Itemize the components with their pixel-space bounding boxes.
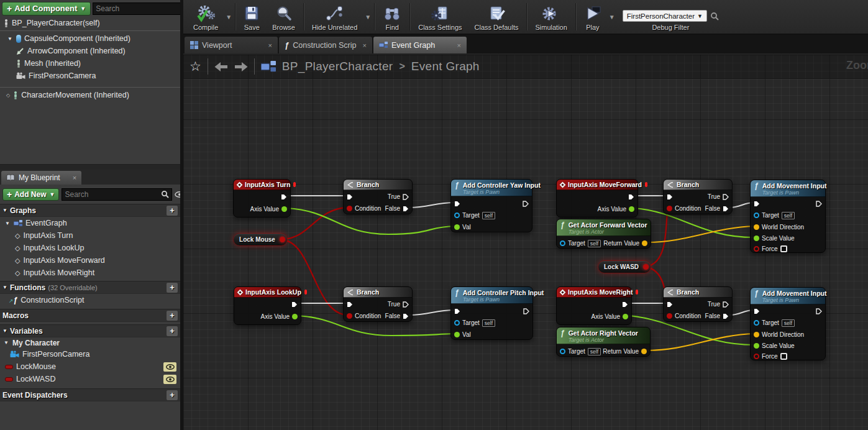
exec-in-pin[interactable] bbox=[344, 298, 356, 310]
true-exec-pin[interactable]: True bbox=[385, 298, 412, 310]
instance-editable-eye-toggle[interactable] bbox=[163, 362, 176, 372]
val-pin[interactable]: Val bbox=[451, 221, 474, 233]
add-macro-button[interactable]: + bbox=[167, 311, 178, 321]
tab-viewport[interactable]: Viewport × bbox=[185, 37, 278, 53]
add-variable-button[interactable]: + bbox=[167, 326, 178, 336]
component-row-movement[interactable]: ◇ CharacterMovement (Inherited) bbox=[0, 89, 180, 101]
true-exec-pin[interactable]: True bbox=[705, 298, 732, 310]
add-dispatcher-button[interactable]: + bbox=[167, 390, 178, 400]
target-pin[interactable]: Target self bbox=[557, 237, 604, 249]
section-functions[interactable]: ▼ Functions (32 Overridable) + bbox=[0, 281, 180, 294]
node-add-movement-input-1[interactable]: ƒ Add Movement Input Target is Pawn Targ… bbox=[750, 180, 826, 253]
instance-editable-eye-toggle[interactable] bbox=[163, 375, 176, 384]
world-direction-pin[interactable]: World Direction bbox=[751, 329, 807, 341]
axis-value-pin[interactable]: Axis Value bbox=[588, 311, 631, 322]
row-inputaxis-turn[interactable]: ◇ InputAxis Turn bbox=[0, 229, 180, 242]
close-icon[interactable]: × bbox=[73, 174, 76, 181]
section-macros[interactable]: Macros + bbox=[0, 309, 180, 322]
bool-pin-icon[interactable] bbox=[280, 237, 285, 242]
component-root-row[interactable]: BP_PlayerCharacter(self) bbox=[0, 17, 180, 29]
row-eventgraph[interactable]: ▼ EventGraph bbox=[0, 217, 180, 229]
false-exec-pin[interactable]: False bbox=[382, 203, 412, 214]
exec-in-pin[interactable] bbox=[751, 305, 763, 317]
exec-in-pin[interactable] bbox=[664, 191, 676, 203]
class-defaults-button[interactable]: Class Defaults bbox=[468, 0, 525, 34]
tab-event-graph[interactable]: Event Graph × bbox=[373, 37, 467, 53]
exec-out-pin[interactable] bbox=[619, 298, 631, 310]
exec-in-pin[interactable] bbox=[751, 198, 763, 209]
hide-unrelated-button[interactable]: Hide Unrelated bbox=[306, 0, 363, 34]
condition-pin[interactable]: Condition bbox=[344, 310, 384, 322]
self-literal[interactable]: self bbox=[782, 212, 795, 219]
self-literal[interactable]: self bbox=[482, 212, 495, 219]
row-lockmouse-var[interactable]: LockMouse bbox=[0, 360, 180, 373]
component-row-mesh[interactable]: Mesh (Inherited) bbox=[0, 57, 180, 70]
false-exec-pin[interactable]: False bbox=[702, 310, 732, 322]
browse-button[interactable]: Browse bbox=[266, 0, 301, 34]
axis-value-pin[interactable]: Axis Value bbox=[594, 203, 637, 215]
axis-value-pin[interactable]: Axis Value bbox=[247, 203, 290, 215]
exec-out-pin[interactable] bbox=[625, 191, 637, 203]
return-value-pin[interactable]: Return Value bbox=[600, 237, 651, 249]
exec-out-pin[interactable] bbox=[813, 305, 825, 317]
target-pin[interactable]: Target self bbox=[451, 317, 498, 329]
row-lockwasd-var[interactable]: LockWASD bbox=[0, 373, 180, 385]
compile-options-caret[interactable]: ▼ bbox=[224, 14, 233, 21]
row-inputaxis-lookup[interactable]: ◇ InputAxis LookUp bbox=[0, 242, 180, 254]
debug-object-dropdown[interactable]: FirstPersonCharacter ▼ bbox=[623, 10, 707, 22]
node-branch-1[interactable]: Branch True Condition False bbox=[343, 179, 413, 214]
category-my-character[interactable]: ▼ My Character bbox=[0, 337, 180, 348]
exec-out-pin[interactable] bbox=[288, 298, 301, 310]
self-literal[interactable]: self bbox=[588, 348, 601, 355]
node-inputaxis-turn[interactable]: InputAxis Turn Axis Value bbox=[233, 179, 291, 217]
force-checkbox[interactable] bbox=[780, 353, 787, 360]
save-button[interactable]: Save bbox=[237, 0, 266, 34]
find-button[interactable]: Find bbox=[377, 0, 408, 34]
hide-unrelated-options-caret[interactable]: ▼ bbox=[363, 14, 372, 21]
exec-in-pin[interactable] bbox=[451, 198, 464, 209]
force-checkbox[interactable] bbox=[780, 245, 787, 252]
true-exec-pin[interactable]: True bbox=[705, 191, 732, 203]
node-inputaxis-moveforward[interactable]: InputAxis MoveForward Axis Value bbox=[556, 179, 638, 217]
expander-icon[interactable]: ▼ bbox=[7, 36, 13, 42]
world-direction-pin[interactable]: World Direction bbox=[751, 221, 807, 233]
node-get-actor-forward-vector[interactable]: ƒ Get Actor Forward Vector Target is Act… bbox=[556, 219, 651, 249]
val-pin[interactable]: Val bbox=[451, 329, 474, 341]
close-icon[interactable]: × bbox=[363, 42, 367, 49]
node-add-controller-pitch-input[interactable]: ƒ Add Controller Pitch Input Target is P… bbox=[450, 286, 533, 340]
section-variables[interactable]: ▼ Variables + bbox=[0, 324, 180, 337]
graph-canvas[interactable]: ☆ BP_PlayerCharacter > Event Graph Zoom bbox=[183, 55, 868, 430]
section-event-dispatchers[interactable]: Event Dispatchers + bbox=[0, 388, 180, 401]
node-add-controller-yaw-input[interactable]: ƒ Add Controller Yaw Input Target is Paw… bbox=[450, 179, 532, 232]
add-function-button[interactable]: + bbox=[167, 283, 178, 293]
play-button[interactable]: Play bbox=[578, 0, 608, 34]
false-exec-pin[interactable]: False bbox=[382, 310, 412, 322]
exec-out-pin[interactable] bbox=[278, 191, 290, 203]
add-graph-button[interactable]: + bbox=[167, 206, 178, 216]
my-blueprint-search-input[interactable] bbox=[65, 190, 161, 199]
section-graphs[interactable]: ▼ Graphs + bbox=[0, 204, 180, 217]
tab-my-blueprint[interactable]: My Blueprint × bbox=[1, 171, 81, 185]
condition-pin[interactable]: Condition bbox=[344, 203, 384, 214]
condition-pin[interactable]: Condition bbox=[664, 203, 704, 214]
force-pin[interactable]: Force bbox=[751, 350, 790, 362]
node-branch-3[interactable]: Branch True Condition False bbox=[343, 286, 413, 322]
expander-icon[interactable]: ▼ bbox=[5, 221, 11, 226]
close-icon[interactable]: × bbox=[268, 42, 272, 49]
row-inputaxis-moveright[interactable]: ◇ InputAxis MoveRight bbox=[0, 267, 180, 279]
components-search-input[interactable] bbox=[96, 4, 192, 13]
self-literal[interactable]: self bbox=[782, 319, 795, 327]
node-get-lock-wasd[interactable]: Lock WASD bbox=[598, 260, 651, 273]
play-options-caret[interactable]: ▼ bbox=[608, 14, 616, 21]
condition-pin[interactable]: Condition bbox=[664, 310, 704, 322]
exec-out-pin[interactable] bbox=[519, 198, 532, 209]
return-value-pin[interactable]: Return Value bbox=[600, 345, 650, 357]
exec-out-pin[interactable] bbox=[813, 198, 825, 209]
exec-in-pin[interactable] bbox=[344, 191, 356, 203]
node-inputaxis-moveright[interactable]: InputAxis MoveRight Axis Value bbox=[556, 286, 632, 325]
tab-construction-script[interactable]: ƒ Construction Scrip × bbox=[279, 37, 372, 53]
self-literal[interactable]: self bbox=[482, 319, 495, 327]
exec-out-pin[interactable] bbox=[520, 305, 532, 317]
node-branch-2[interactable]: Branch True Condition False bbox=[663, 179, 733, 214]
component-row-camera[interactable]: FirstPersonCamera bbox=[0, 70, 180, 82]
